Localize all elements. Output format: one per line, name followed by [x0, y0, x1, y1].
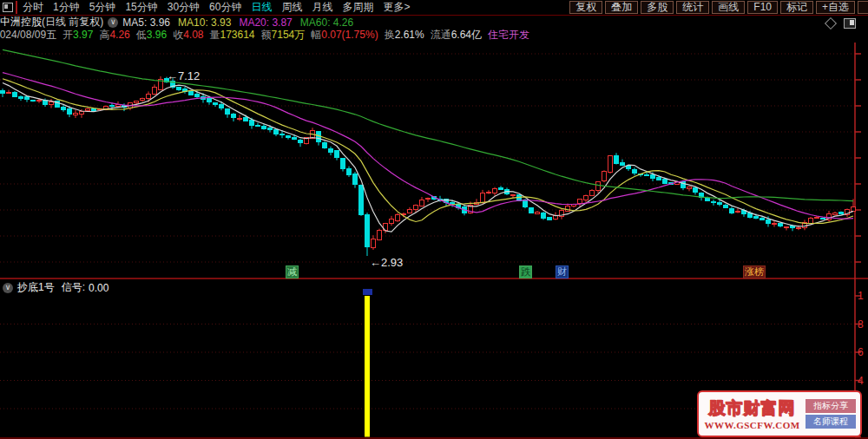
chart-corner-icons — [826, 18, 856, 29]
toolbar-buttons: 复权叠加多股统计画线F10标记+自选 — [567, 1, 868, 14]
quote-field-value: 0.07(1.75%) — [321, 29, 378, 41]
tdx-window: 分时1分钟5分钟15分钟30分钟60分钟日线周线月线多周期更多> 复权叠加多股统… — [0, 0, 868, 439]
toolbar-button-统计[interactable]: 统计 — [676, 1, 709, 14]
event-badge-跌[interactable]: 跌 — [519, 265, 532, 278]
quote-field: 幅0.07(1.75%) — [311, 28, 378, 43]
watermark-box: 股市财富网 WWW.GSCFW.COM 指标分享名师课程 — [697, 390, 862, 437]
ma-legend: MA5: 3.96MA10: 3.93MA20: 3.87MA60: 4.26 — [122, 16, 361, 29]
price-annotation: ←7.12 — [167, 69, 200, 82]
event-badge-减[interactable]: 减 — [286, 265, 299, 278]
quote-field: 低3.96 — [136, 28, 167, 43]
watermark-badges: 指标分享名师课程 — [806, 398, 856, 429]
toolbar-button-+自选[interactable]: +自选 — [816, 1, 855, 14]
quote-field-value: 3.97 — [73, 29, 93, 41]
ma-legend-item: MA5: 3.96 — [122, 16, 170, 29]
candlestick-chart[interactable] — [0, 0, 868, 439]
price-annotation: ←2.93 — [370, 256, 403, 269]
period-tab-日线[interactable]: 日线 — [251, 0, 272, 15]
quote-field-label: 换 — [385, 29, 395, 41]
quote-field-label: 收 — [173, 29, 183, 41]
stock-info-row: 中洲控股 (日线 前复权) ∨ MA5: 3.96MA10: 3.93MA20:… — [0, 16, 868, 29]
toolbar-button-标记[interactable]: 标记 — [780, 1, 813, 14]
watermark-title: 股市财富网 — [699, 397, 806, 420]
quote-field-label: 幅 — [311, 29, 321, 41]
toolbar-button-画线[interactable]: 画线 — [712, 1, 745, 14]
quote-field-value: 7154万 — [272, 29, 306, 41]
period-tab-多周期[interactable]: 多周期 — [342, 0, 373, 15]
quote-field-label: 额 — [261, 29, 272, 41]
quote-field: 开3.97 — [62, 28, 93, 43]
toolbar-button-复权[interactable]: 复权 — [569, 1, 602, 14]
watermark-badge[interactable]: 名师课程 — [806, 415, 856, 429]
quote-date: 2024/08/09五 — [0, 28, 56, 43]
chevron-down-icon[interactable]: ∨ — [108, 17, 118, 28]
toolbar: 分时1分钟5分钟15分钟30分钟60分钟日线周线月线多周期更多> 复权叠加多股统… — [0, 0, 868, 16]
quote-row: 2024/08/09五 开3.97高4.26低3.96收4.08量173614额… — [0, 29, 868, 42]
layout-icon[interactable] — [844, 18, 856, 29]
quote-field-label: 低 — [136, 29, 147, 41]
quote-field-label: 量 — [210, 29, 220, 41]
quote-field-value: 4.08 — [183, 29, 203, 41]
period-tab-60分钟[interactable]: 60分钟 — [209, 0, 241, 15]
watermark-text: 股市财富网 WWW.GSCFW.COM — [699, 397, 806, 430]
quote-field: 住宅开发 — [488, 28, 529, 43]
ma-legend-item: MA60: 4.26 — [300, 16, 353, 29]
indicator-title[interactable]: 抄底1号 — [17, 280, 55, 295]
quote-field-label: 高 — [99, 29, 109, 41]
indicator-header: ∨ 抄底1号 信号: 0.00 — [3, 280, 108, 295]
panel-axis-label: 6 — [858, 346, 864, 358]
toolbar-button-叠加[interactable]: 叠加 — [605, 1, 638, 14]
watermark-badge[interactable]: 指标分享 — [806, 399, 856, 413]
toolbar-separator — [16, 1, 17, 14]
diamond-icon[interactable] — [825, 17, 837, 29]
quote-field-value: 住宅开发 — [488, 29, 529, 41]
period-tab-月线[interactable]: 月线 — [312, 0, 332, 15]
event-badge-财[interactable]: 财 — [556, 265, 569, 278]
toolbar-button-partial[interactable] — [858, 1, 868, 14]
ma-legend-item: MA10: 3.93 — [178, 16, 231, 29]
indicator-chevron-icon[interactable]: ∨ — [3, 283, 13, 293]
quote-field: 换2.61% — [385, 28, 424, 43]
quote-field-value: 6.64亿 — [451, 29, 482, 41]
signal-label: 信号: — [62, 280, 85, 295]
signal-value: 0.00 — [89, 282, 108, 294]
quote-field-value: 173614 — [220, 29, 255, 41]
quote-field-label: 流通 — [431, 29, 451, 41]
ma-legend-item: MA20: 3.87 — [239, 16, 292, 29]
watermark-url[interactable]: WWW.GSCFW.COM — [699, 420, 806, 430]
panel-axis-label: 1 — [858, 290, 864, 302]
period-tab-5分钟[interactable]: 5分钟 — [89, 0, 116, 15]
quote-field: 量173614 — [210, 28, 255, 43]
event-badge-涨榜[interactable]: 涨榜 — [743, 265, 766, 278]
toolbar-button-多股[interactable]: 多股 — [641, 1, 674, 14]
quote-field: 收4.08 — [173, 28, 203, 43]
period-tab-更多>[interactable]: 更多> — [383, 0, 410, 15]
period-tabs: 分时1分钟5分钟15分钟30分钟60分钟日线周线月线多周期更多> — [23, 0, 419, 15]
period-tab-1分钟[interactable]: 1分钟 — [53, 0, 80, 15]
quote-field: 流通6.64亿 — [431, 28, 482, 43]
quote-field: 额7154万 — [261, 28, 306, 43]
period-tab-分时[interactable]: 分时 — [23, 0, 43, 15]
quote-field-value: 4.26 — [109, 29, 129, 41]
toolbar-button-F10[interactable]: F10 — [747, 1, 778, 14]
period-tab-周线[interactable]: 周线 — [281, 0, 302, 15]
quote-field: 高4.26 — [99, 28, 129, 43]
period-tab-30分钟[interactable]: 30分钟 — [168, 0, 200, 15]
quote-field-value: 2.61% — [395, 29, 424, 41]
quote-field-label: 开 — [62, 29, 73, 41]
period-tab-15分钟[interactable]: 15分钟 — [125, 0, 157, 15]
window-restore-icon[interactable] — [3, 3, 13, 12]
quote-field-value: 3.96 — [147, 29, 167, 41]
panel-axis-label: 4 — [858, 375, 864, 387]
panel-axis-label: 8 — [858, 318, 864, 331]
